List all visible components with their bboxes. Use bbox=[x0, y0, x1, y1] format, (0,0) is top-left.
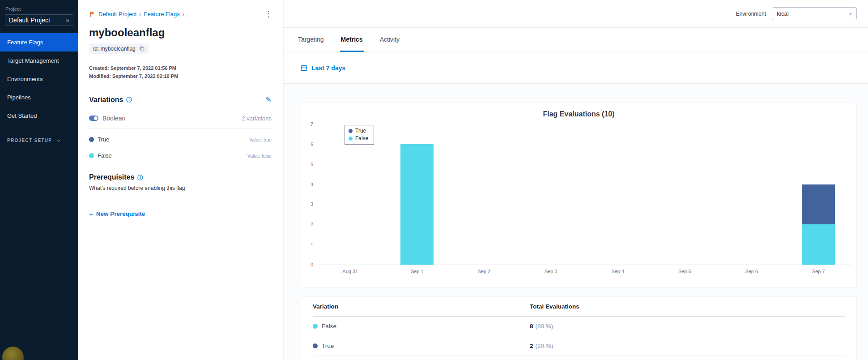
y-tick-label: 5 bbox=[311, 161, 313, 167]
info-icon[interactable] bbox=[126, 97, 132, 103]
sidebar-item-label: Pipelines bbox=[7, 94, 31, 101]
sidebar-item-environments[interactable]: Environments bbox=[0, 70, 78, 88]
plus-icon: + bbox=[89, 210, 93, 218]
breadcrumb-feature-flags-link[interactable]: Feature Flags bbox=[144, 11, 180, 17]
row-variation-true: True bbox=[322, 343, 334, 349]
breadcrumb: Default Project › Feature Flags › bbox=[89, 11, 272, 17]
legend-dot-true bbox=[349, 129, 353, 133]
tab-metrics[interactable]: Metrics bbox=[340, 28, 364, 52]
project-setup-label: PROJECT SETUP bbox=[7, 138, 52, 143]
new-prerequisite-label: New Prerequisite bbox=[96, 210, 145, 217]
sidebar-item-feature-flags[interactable]: Feature Flags bbox=[0, 33, 78, 51]
legend-label-true: True bbox=[355, 128, 366, 134]
flag-options-menu-button[interactable]: ⋮ bbox=[264, 10, 272, 18]
environment-select-value: local bbox=[777, 10, 789, 17]
variations-count: 2 variations bbox=[242, 115, 272, 122]
info-icon[interactable] bbox=[137, 175, 143, 180]
sidebar-item-label: Environments bbox=[7, 76, 43, 82]
sidebar-item-get-started[interactable]: Get Started bbox=[0, 107, 78, 125]
bar-segment-false bbox=[400, 144, 434, 265]
evaluations-table-card: Variation Total Evaluations False 8(80.%… bbox=[301, 296, 857, 360]
project-selector-value: Default Project bbox=[9, 17, 50, 24]
variation-false-name: False bbox=[98, 152, 112, 159]
project-label: Project bbox=[5, 6, 78, 12]
sidebar-item-label: Feature Flags bbox=[7, 39, 43, 46]
x-tick-label: Sep 2 bbox=[477, 269, 490, 274]
edit-variations-button[interactable]: ✎ bbox=[266, 95, 272, 104]
boolean-type-icon bbox=[89, 116, 98, 121]
row-percent-true: (20.%) bbox=[536, 343, 553, 349]
flag-evaluations-chart-card: Flag Evaluations (10) True False 0123456… bbox=[301, 103, 857, 288]
row-dot-false bbox=[313, 324, 318, 329]
prerequisites-title: Prerequisites bbox=[89, 173, 134, 181]
date-filter-bar: Last 7 days bbox=[284, 52, 868, 84]
variation-row-true: True Value: true bbox=[89, 136, 272, 143]
project-setup-toggle[interactable]: PROJECT SETUP bbox=[7, 138, 60, 143]
flag-id-chip: Id: mybooleanflag bbox=[89, 43, 149, 54]
legend-item-false: False bbox=[349, 135, 368, 141]
date-range-label: Last 7 days bbox=[311, 64, 345, 72]
y-tick-label: 0 bbox=[311, 261, 313, 268]
chart-plot: True False 01234567Aug 31Sep 1Sep 2Sep 3… bbox=[317, 124, 852, 265]
bar-sep-1 bbox=[400, 144, 434, 265]
y-tick-label: 2 bbox=[311, 221, 313, 227]
chevron-down-icon bbox=[57, 138, 60, 141]
project-selector[interactable]: Default Project » bbox=[5, 14, 73, 26]
copy-icon[interactable] bbox=[139, 46, 145, 51]
flag-detail-panel: Default Project › Feature Flags › ⋮ mybo… bbox=[78, 0, 284, 360]
variation-true-name: True bbox=[98, 136, 109, 143]
variations-title: Variations bbox=[89, 96, 123, 104]
variation-row-false: False Value: false bbox=[89, 152, 272, 159]
flag-id-text: Id: mybooleanflag bbox=[93, 46, 136, 52]
tab-activity[interactable]: Activity bbox=[379, 28, 400, 52]
table-row-true: True 2(20.%) bbox=[313, 336, 845, 356]
x-tick-label: Sep 7 bbox=[812, 269, 825, 274]
flag-meta: Created: September 7, 2022 01:56 PM Modi… bbox=[89, 64, 272, 80]
sidebar: Project Default Project » Feature Flags … bbox=[0, 0, 78, 360]
flag-name-title: mybooleanflag bbox=[89, 26, 272, 39]
sidebar-nav: Feature Flags Target Management Environm… bbox=[0, 33, 78, 125]
prerequisites-section-header: Prerequisites bbox=[89, 173, 272, 181]
breadcrumb-project-link[interactable]: Default Project bbox=[98, 11, 136, 17]
row-percent-false: (80.%) bbox=[536, 323, 553, 330]
prerequisites-description: What's required before enabling this fla… bbox=[89, 185, 272, 191]
x-tick-label: Aug 31 bbox=[342, 269, 358, 274]
variation-false-dot bbox=[89, 153, 94, 158]
bar-sep-7 bbox=[802, 184, 835, 265]
evaluations-table-header: Variation Total Evaluations bbox=[313, 297, 845, 317]
x-tick-label: Sep 6 bbox=[745, 269, 758, 274]
calendar-icon bbox=[301, 64, 307, 71]
variation-true-value: Value: true bbox=[249, 137, 272, 142]
tab-label: Targeting bbox=[298, 36, 324, 43]
row-total-false: 8 bbox=[530, 323, 533, 330]
x-tick-label: Sep 3 bbox=[545, 269, 557, 274]
variation-type-label: Boolean bbox=[102, 115, 125, 122]
bar-segment-true bbox=[802, 184, 835, 225]
y-tick-label: 6 bbox=[311, 141, 313, 147]
tab-label: Activity bbox=[380, 36, 400, 43]
chart-legend: True False bbox=[345, 125, 374, 145]
chart-title: Flag Evaluations (10) bbox=[301, 110, 856, 118]
date-range-filter[interactable]: Last 7 days bbox=[301, 64, 345, 72]
tab-bar: Targeting Metrics Activity bbox=[284, 28, 868, 52]
x-tick-label: Sep 4 bbox=[611, 269, 624, 274]
variations-section-header: Variations ✎ bbox=[89, 95, 272, 104]
help-beacon[interactable] bbox=[2, 347, 24, 360]
sidebar-item-label: Get Started bbox=[7, 112, 37, 119]
variation-true-dot bbox=[89, 137, 94, 142]
tab-label: Metrics bbox=[341, 36, 363, 43]
legend-item-true: True bbox=[349, 128, 368, 134]
sidebar-item-pipelines[interactable]: Pipelines bbox=[0, 88, 78, 107]
new-prerequisite-button[interactable]: + New Prerequisite bbox=[89, 210, 145, 218]
row-variation-false: False bbox=[322, 323, 336, 330]
tab-targeting[interactable]: Targeting bbox=[297, 28, 325, 52]
variation-false-value: Value: false bbox=[247, 153, 272, 159]
chevron-down-icon bbox=[849, 11, 852, 15]
sidebar-item-target-management[interactable]: Target Management bbox=[0, 51, 78, 70]
column-header-total-evaluations: Total Evaluations bbox=[530, 303, 845, 310]
environment-select[interactable]: local bbox=[772, 7, 857, 20]
environment-label: Environment bbox=[736, 11, 766, 17]
y-tick-label: 7 bbox=[311, 121, 313, 127]
sidebar-item-label: Target Management bbox=[7, 57, 59, 64]
breadcrumb-separator-icon: › bbox=[183, 11, 184, 17]
